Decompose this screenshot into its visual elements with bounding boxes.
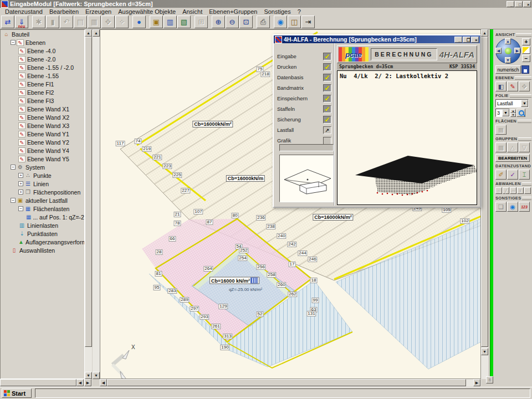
canvas-right-scrollbar[interactable]: ▲ ▼ <box>481 29 488 379</box>
canvas-scroll-thumb[interactable] <box>481 37 488 347</box>
tree-item-ebene-wand-x1[interactable]: ✎Ebene Wand X1 <box>1 105 84 113</box>
canvas-scroll-down-arrow[interactable]: ▼ <box>481 348 488 355</box>
tree-item-flächenlasten[interactable]: −▦Flächenlasten <box>1 204 84 213</box>
rotate-down-button[interactable]: ▼ <box>505 57 511 63</box>
rotate-up-button[interactable]: ▲ <box>505 38 511 44</box>
datastate-stamp-button[interactable]: ⌶ <box>519 170 530 180</box>
eye-button[interactable]: ◉ <box>507 202 518 212</box>
tree-item-ebene-wand-x2[interactable]: ✎Ebene Wand X2 <box>1 113 84 121</box>
canvas-horizontal-scrollbar[interactable]: ◀ ▶ <box>100 379 481 386</box>
menu-item-datenzustand[interactable]: Datenzustand <box>2 8 45 15</box>
datastate-save-button[interactable]: ✐ <box>495 170 507 180</box>
minimize-button[interactable]: _ <box>507 1 514 7</box>
manual-button[interactable]: ◫ <box>288 16 301 28</box>
save-view-button[interactable] <box>521 65 529 74</box>
plane-select-button[interactable]: ◧ <box>495 81 507 91</box>
tree-item-ebene-wand-y1[interactable]: ✎Ebene Wand Y1 <box>1 130 84 138</box>
tree-expander[interactable]: − <box>11 40 16 45</box>
new-object-button[interactable]: ⇓neu <box>15 16 28 28</box>
tree-scroll-thumb[interactable] <box>85 37 92 347</box>
tree-item-ebene-fi2[interactable]: ✎Ebene FI2 <box>1 88 84 96</box>
maximize-button[interactable]: □ <box>515 1 523 7</box>
menu-item-erzeugen[interactable]: Erzeugen <box>83 8 114 15</box>
zoom-out-button[interactable]: ⊖ <box>226 16 239 28</box>
tree-hscroll-thumb[interactable] <box>0 379 76 386</box>
tree-expander[interactable]: − <box>11 165 16 170</box>
tree-vertical-scrollbar[interactable]: ▲ ▼ <box>85 29 92 379</box>
layer-number-select[interactable]: 3 ▼ <box>495 109 510 117</box>
tree-item-ebene-wand-y5[interactable]: ✎Ebene Wand Y5 <box>1 155 84 163</box>
tree-scroll-up-arrow[interactable]: ▲ <box>85 29 92 37</box>
zoom-window-button[interactable]: ⊡ <box>239 16 253 28</box>
menu-item-?[interactable]: ? <box>295 8 304 15</box>
contrast-button[interactable] <box>522 47 530 54</box>
tree-expander[interactable]: + <box>18 181 23 186</box>
tree-expander[interactable]: + <box>18 190 23 195</box>
canvas-scroll-left-arrow[interactable]: ◀ <box>100 379 107 386</box>
print-button[interactable]: ⎙ <box>257 16 270 28</box>
numeric-view-button[interactable]: numerisch <box>495 65 521 74</box>
tree-item-ebene-1-55-2-0[interactable]: ✎Ebene -1.55 / -2.0 <box>1 63 84 71</box>
tree-item-auflagerzwangsverformungen[interactable]: ▲Auflagerzwangsverformungen <box>1 238 84 246</box>
tree-item-ebenen[interactable]: −✎Ebenen <box>1 38 84 47</box>
car-view-button[interactable]: ● <box>132 16 146 28</box>
tree-item-system[interactable]: −⚙System <box>1 163 84 171</box>
tree-item-ebene-2-0[interactable]: ✎Ebene -2.0 <box>1 55 84 63</box>
chevron-down-icon[interactable]: ▼ <box>502 109 509 116</box>
rotate-left-button[interactable]: ◀ <box>495 48 502 54</box>
menu-item-bearbeiten[interactable]: Bearbeiten <box>47 8 81 15</box>
tree-item-bauteil[interactable]: ⌂Bauteil <box>1 30 84 38</box>
zoom-plus-button[interactable]: + <box>522 38 530 45</box>
tree-expander[interactable]: + <box>18 173 23 178</box>
strip-bottom-button[interactable]: ⍐ <box>486 376 493 383</box>
tree-item-ebene-fi1[interactable]: ✎Ebene FI1 <box>1 80 84 88</box>
view-rotate-pad[interactable]: ▲ ◀ ▶ ▼ <box>495 38 521 64</box>
chevron-down-icon[interactable]: ▼ <box>521 100 528 107</box>
taskbar-tray[interactable] <box>35 388 530 398</box>
rotate-right-button[interactable]: ▶ <box>514 48 520 54</box>
tree-item-punktlasten[interactable]: ⇣Punktlasten <box>1 229 84 238</box>
canvas-hscroll-thumb[interactable] <box>107 379 466 386</box>
view-options-button[interactable]: ◉ <box>274 16 287 28</box>
dialog-minimize-button[interactable]: _ <box>454 37 462 43</box>
tree-item-ebene-wand-x3[interactable]: ✎Ebene Wand X3 <box>1 121 84 130</box>
menu-item-sonstiges[interactable]: Sonstiges <box>261 8 293 15</box>
menu-item-ebenen-gruppen[interactable]: Ebenen+Gruppen <box>206 8 260 15</box>
edit-groups-button[interactable]: BEARBEITEN <box>495 154 530 162</box>
tree-scroll-down-arrow[interactable]: ▼ <box>85 372 92 379</box>
folder-chart-button[interactable]: ▣ <box>150 16 163 28</box>
refresh-data-button[interactable]: ⇄ <box>1 16 14 28</box>
zoom-in-button[interactable]: ⊕ <box>212 16 225 28</box>
tree-item-ebene-wand-y4[interactable]: ✎Ebene Wand Y4 <box>1 146 84 155</box>
tree-scroll-left-arrow[interactable]: ◀ <box>76 379 84 386</box>
new-sheet-button[interactable]: ❏ <box>495 202 507 212</box>
tree-item-flächenpositionen[interactable]: +❐Flächenpositionen <box>1 188 84 196</box>
book-check-button[interactable]: ▧ <box>177 16 191 28</box>
tree-item-punkte[interactable]: +∴Punkte <box>1 171 84 180</box>
dialog-close-button[interactable]: × <box>471 37 479 43</box>
rotate-center-dot[interactable] <box>505 48 511 54</box>
menu-item-ausgew-hlte-objekte[interactable]: Ausgewählte Objekte <box>115 8 178 15</box>
zoom-minus-button[interactable]: − <box>522 55 530 62</box>
abacus-button[interactable]: ▥ <box>163 16 177 28</box>
plane-edit-button[interactable]: ✎ <box>507 81 518 91</box>
layer-spinner[interactable]: ▲▼ <box>510 109 516 117</box>
tree-item-ebene-1-55[interactable]: ✎Ebene -1.55 <box>1 71 84 80</box>
menu-item-ansicht[interactable]: Ansicht <box>180 8 205 15</box>
tree-item-auswahllisten[interactable]: ▯Auswahllisten <box>1 246 84 254</box>
tree-expander[interactable]: − <box>18 206 23 211</box>
layer-select[interactable]: Lastfall ▼ <box>495 99 529 108</box>
tree-item-linien[interactable]: +☰Linien <box>1 180 84 188</box>
numbering-button[interactable]: 123 <box>519 202 530 212</box>
tree-item-ebene-fi3[interactable]: ✎Ebene FI3 <box>1 96 84 105</box>
tree-expander[interactable]: − <box>11 198 16 203</box>
dialog-restore-button[interactable]: ❐ <box>463 37 470 43</box>
close-button[interactable]: × <box>523 1 531 7</box>
tree-item-ebene-4-0[interactable]: ✎Ebene -4.0 <box>1 47 84 55</box>
exit-button[interactable]: ⇥ <box>301 16 315 28</box>
canvas-left-scrollbar[interactable]: ▲ ▼ <box>93 29 100 379</box>
tree-item-aktueller-lastfall[interactable]: −▣aktueller Lastfall <box>1 196 84 204</box>
canvas-left-scroll-down-arrow[interactable]: ▼ <box>93 372 100 379</box>
tree-item--auf-pos-1-qz-25-00-k[interactable]: ▦... auf Pos. 1: qZ=-25.00 k <box>1 213 84 221</box>
datastate-check-button[interactable]: ✓ <box>507 170 518 180</box>
